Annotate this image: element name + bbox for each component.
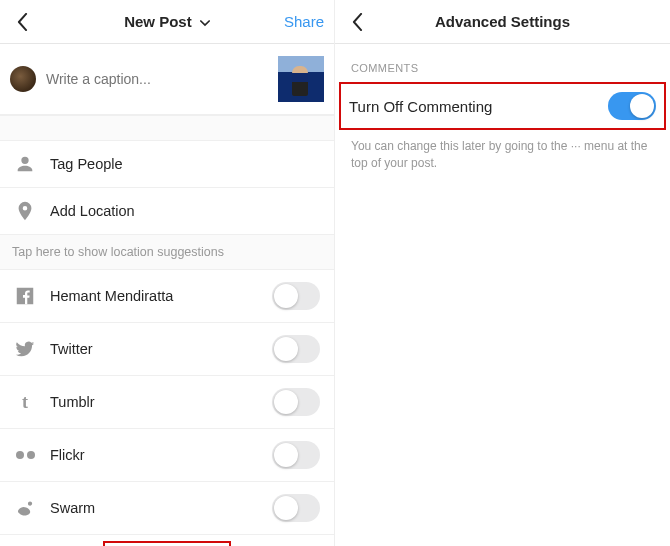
- back-button[interactable]: [345, 10, 369, 34]
- header-title: Advanced Settings: [335, 13, 670, 30]
- post-thumbnail[interactable]: [278, 56, 324, 102]
- add-location-label: Add Location: [50, 203, 320, 219]
- share-facebook-toggle[interactable]: [272, 282, 320, 310]
- advanced-settings-screen: Advanced Settings COMMENTS Turn Off Comm…: [335, 0, 670, 546]
- turn-off-commenting-row[interactable]: Turn Off Commenting: [335, 80, 670, 132]
- share-facebook-row[interactable]: Hemant Mendiratta: [0, 270, 334, 323]
- chevron-left-icon: [17, 13, 28, 31]
- share-flickr-row[interactable]: Flickr: [0, 429, 334, 482]
- back-button[interactable]: [10, 10, 34, 34]
- share-swarm-row[interactable]: Swarm: [0, 482, 334, 535]
- tag-people-row[interactable]: Tag People: [0, 141, 334, 188]
- share-swarm-label: Swarm: [50, 500, 258, 516]
- advanced-settings-link[interactable]: Advanced Settings: [0, 535, 334, 546]
- location-pin-icon: [14, 200, 36, 222]
- header: New Post Share: [0, 0, 334, 44]
- new-post-screen: New Post Share Tag People Add Location T…: [0, 0, 335, 546]
- turn-off-commenting-help: You can change this later by going to th…: [335, 132, 670, 173]
- user-avatar[interactable]: [10, 66, 36, 92]
- twitter-icon: [14, 338, 36, 360]
- highlight-box: [103, 541, 231, 546]
- turn-off-commenting-toggle[interactable]: [608, 92, 656, 120]
- tag-people-label: Tag People: [50, 156, 320, 172]
- add-location-row[interactable]: Add Location: [0, 188, 334, 235]
- caption-row: [0, 44, 334, 115]
- comments-section-label: COMMENTS: [335, 44, 670, 80]
- caption-input[interactable]: [46, 71, 268, 87]
- share-flickr-label: Flickr: [50, 447, 258, 463]
- header-title[interactable]: New Post: [124, 13, 192, 30]
- share-facebook-label: Hemant Mendiratta: [50, 288, 258, 304]
- tumblr-icon: t: [14, 391, 36, 413]
- share-twitter-toggle[interactable]: [272, 335, 320, 363]
- share-tumblr-row[interactable]: t Tumblr: [0, 376, 334, 429]
- share-twitter-row[interactable]: Twitter: [0, 323, 334, 376]
- turn-off-commenting-label: Turn Off Commenting: [349, 98, 492, 115]
- share-twitter-label: Twitter: [50, 341, 258, 357]
- header: Advanced Settings: [335, 0, 670, 44]
- tag-person-icon: [14, 153, 36, 175]
- spacer: [0, 115, 334, 141]
- swarm-icon: [14, 497, 36, 519]
- chevron-left-icon: [352, 13, 363, 31]
- chevron-down-icon[interactable]: [200, 13, 210, 30]
- facebook-icon: [14, 285, 36, 307]
- share-tumblr-label: Tumblr: [50, 394, 258, 410]
- flickr-icon: [14, 444, 36, 466]
- share-flickr-toggle[interactable]: [272, 441, 320, 469]
- share-button[interactable]: Share: [284, 13, 324, 30]
- location-suggestion-hint[interactable]: Tap here to show location suggestions: [0, 235, 334, 270]
- share-tumblr-toggle[interactable]: [272, 388, 320, 416]
- share-swarm-toggle[interactable]: [272, 494, 320, 522]
